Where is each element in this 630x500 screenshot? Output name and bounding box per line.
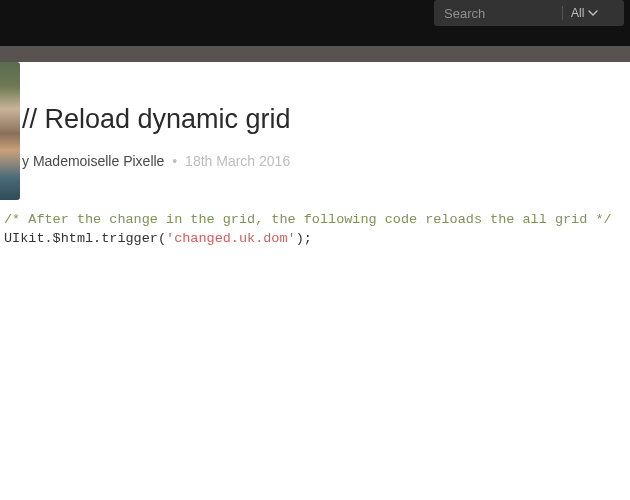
byline-prefix: y	[22, 153, 29, 169]
filter-label: All	[571, 6, 584, 20]
filter-dropdown[interactable]: All	[571, 6, 598, 20]
topbar: All	[0, 0, 630, 46]
meta-separator: •	[172, 153, 177, 169]
search-input[interactable]	[444, 6, 554, 21]
code-call-head: UIkit.$html.trigger(	[4, 231, 166, 246]
snippet-title: // Reload dynamic grid	[22, 62, 630, 135]
code-string: 'changed.uk.dom'	[166, 231, 296, 246]
content-area: // Reload dynamic grid y Mademoiselle Pi…	[0, 62, 630, 249]
code-call-tail: );	[296, 231, 312, 246]
author-link[interactable]: Mademoiselle Pixelle	[33, 153, 165, 169]
snippet-date: 18th March 2016	[185, 153, 290, 169]
search-divider	[562, 6, 563, 20]
snippet-meta: y Mademoiselle Pixelle • 18th March 2016	[22, 153, 630, 169]
avatar[interactable]	[0, 62, 20, 200]
code-comment: /* After the change in the grid, the fol…	[4, 212, 612, 227]
banner-strip	[0, 46, 630, 62]
code-block: /* After the change in the grid, the fol…	[4, 211, 630, 249]
chevron-down-icon	[588, 10, 598, 16]
search-container: All	[434, 0, 624, 26]
